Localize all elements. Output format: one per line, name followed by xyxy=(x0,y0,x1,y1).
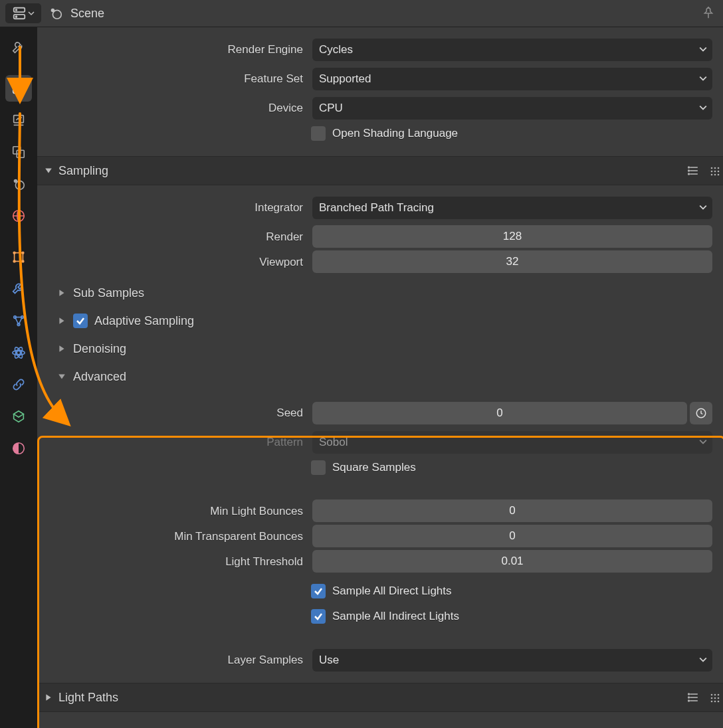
pin-icon[interactable] xyxy=(699,4,718,23)
disclosure-closed-icon xyxy=(57,316,66,325)
min-transparent-bounces-label: Min Transparent Bounces xyxy=(37,530,312,543)
tab-modifier-icon[interactable] xyxy=(5,276,32,302)
drag-grip-icon[interactable] xyxy=(707,689,723,705)
osl-checkbox[interactable] xyxy=(311,126,326,141)
svg-point-20 xyxy=(22,260,24,262)
render-engine-label: Render Engine xyxy=(37,43,312,56)
pattern-label: Pattern xyxy=(37,436,312,449)
svg-point-58 xyxy=(714,697,716,699)
svg-point-18 xyxy=(22,252,24,254)
render-engine-select[interactable]: Cycles xyxy=(312,39,712,61)
pattern-select[interactable]: Sobol xyxy=(312,431,712,454)
presets-icon[interactable] xyxy=(686,689,702,705)
advanced-title: Advanced xyxy=(73,370,126,384)
render-samples-label: Render xyxy=(37,230,312,244)
square-samples-checkbox[interactable] xyxy=(311,460,326,475)
min-transparent-bounces-field[interactable]: 0 xyxy=(312,525,712,547)
viewport-samples-field[interactable]: 32 xyxy=(312,250,712,273)
svg-point-52 xyxy=(688,697,690,698)
seed-field[interactable]: 0 xyxy=(312,402,687,424)
tab-data-icon[interactable] xyxy=(5,403,32,430)
svg-point-19 xyxy=(13,260,15,262)
svg-point-53 xyxy=(688,700,690,701)
svg-rect-16 xyxy=(15,253,23,262)
svg-point-60 xyxy=(711,701,713,703)
tab-scene-icon[interactable] xyxy=(5,171,32,197)
scene-name: Scene xyxy=(70,7,104,21)
disclosure-open-icon xyxy=(44,166,53,175)
svg-point-39 xyxy=(714,167,716,169)
drag-grip-icon[interactable] xyxy=(707,163,723,179)
chevron-down-icon xyxy=(699,654,707,667)
integrator-value: Branched Path Tracing xyxy=(319,201,434,215)
chevron-down-icon xyxy=(699,102,707,115)
sample-indirect-checkbox[interactable] xyxy=(311,609,326,624)
svg-point-8 xyxy=(16,86,21,91)
svg-point-2 xyxy=(16,9,17,11)
light-paths-panel-header[interactable]: Light Paths xyxy=(37,683,723,712)
svg-point-51 xyxy=(688,693,690,695)
device-select[interactable]: CPU xyxy=(312,97,712,120)
svg-point-55 xyxy=(714,694,716,696)
adaptive-sampling-checkbox[interactable] xyxy=(73,314,88,328)
light-threshold-field[interactable]: 0.01 xyxy=(312,550,712,573)
layer-samples-label: Layer Samples xyxy=(37,654,312,667)
svg-point-14 xyxy=(14,179,18,183)
sub-samples-subpanel[interactable]: Sub Samples xyxy=(37,279,723,307)
square-samples-label: Square Samples xyxy=(332,461,416,474)
integrator-label: Integrator xyxy=(37,201,312,215)
seed-clock-button[interactable] xyxy=(690,402,712,424)
viewport-samples-label: Viewport xyxy=(37,256,312,269)
denoising-subpanel[interactable]: Denoising xyxy=(37,335,723,363)
tab-output-icon[interactable] xyxy=(5,107,32,134)
layer-samples-select[interactable]: Use xyxy=(312,649,712,672)
tab-world-icon[interactable] xyxy=(5,203,32,229)
presets-icon[interactable] xyxy=(686,163,702,179)
tab-object-icon[interactable] xyxy=(5,244,32,270)
tab-material-icon[interactable] xyxy=(5,435,32,462)
svg-point-5 xyxy=(51,9,55,13)
svg-point-40 xyxy=(718,167,720,169)
osl-label: Open Shading Language xyxy=(332,127,458,140)
tab-constraints-icon[interactable] xyxy=(5,371,32,398)
svg-point-62 xyxy=(718,701,720,703)
pattern-value: Sobol xyxy=(319,436,348,449)
tab-render-icon[interactable] xyxy=(5,75,32,102)
seed-label: Seed xyxy=(37,407,312,420)
chevron-down-icon xyxy=(699,201,707,215)
svg-point-43 xyxy=(718,171,720,173)
layer-samples-value: Use xyxy=(319,654,339,667)
svg-point-42 xyxy=(714,171,716,173)
feature-set-select[interactable]: Supported xyxy=(312,68,712,90)
min-light-bounces-field[interactable]: 0 xyxy=(312,500,712,522)
sample-direct-checkbox[interactable] xyxy=(311,584,326,598)
svg-point-46 xyxy=(718,174,720,176)
svg-point-38 xyxy=(711,167,713,169)
sub-samples-title: Sub Samples xyxy=(73,286,144,300)
sampling-panel-header[interactable]: Sampling xyxy=(37,156,723,185)
properties-tabs-sidebar xyxy=(0,27,37,728)
svg-point-35 xyxy=(688,167,690,168)
sample-indirect-label: Sample All Indirect Lights xyxy=(332,610,459,623)
render-samples-field[interactable]: 128 xyxy=(312,225,712,248)
tab-tool-icon[interactable] xyxy=(5,34,32,60)
disclosure-open-icon xyxy=(57,372,66,381)
svg-point-41 xyxy=(711,171,713,173)
tab-physics-icon[interactable] xyxy=(5,339,32,366)
tab-particles-icon[interactable] xyxy=(5,308,32,334)
min-light-bounces-label: Min Light Bounces xyxy=(37,505,312,518)
advanced-subpanel[interactable]: Advanced xyxy=(37,363,723,391)
chevron-down-icon xyxy=(699,72,707,86)
editor-type-selector[interactable] xyxy=(5,3,41,23)
svg-point-61 xyxy=(714,701,716,703)
integrator-select[interactable]: Branched Path Tracing xyxy=(312,197,712,219)
svg-line-25 xyxy=(15,318,19,325)
adaptive-sampling-subpanel[interactable]: Adaptive Sampling xyxy=(37,307,723,335)
svg-rect-9 xyxy=(15,83,18,85)
light-threshold-label: Light Threshold xyxy=(37,555,312,569)
scene-icon xyxy=(48,5,64,21)
tab-viewlayer-icon[interactable] xyxy=(5,139,32,165)
properties-content: Render Engine Cycles Feature Set Support… xyxy=(37,27,723,728)
svg-point-3 xyxy=(16,16,17,17)
sampling-title: Sampling xyxy=(58,164,108,178)
